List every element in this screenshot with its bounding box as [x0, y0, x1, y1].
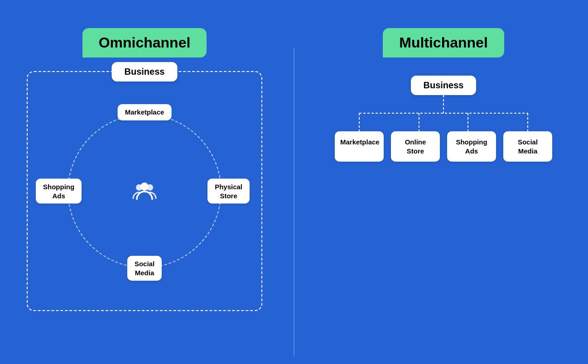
omni-center-circle	[122, 168, 167, 214]
multichannel-panel: Multichannel Business	[312, 28, 575, 162]
multi-channel-online-store: OnlineStore	[391, 131, 440, 162]
multi-channel-marketplace: Marketplace	[335, 131, 384, 162]
vertical-divider	[294, 48, 294, 356]
multi-business-box: Business	[411, 76, 477, 95]
omnichannel-diagram-box: Business	[27, 71, 262, 311]
omni-circle: Marketplace PhysicalStore SocialMedia Sh…	[67, 114, 222, 268]
multichannel-title: Multichannel	[383, 28, 504, 57]
multi-connector-lines	[335, 95, 552, 131]
omni-channel-physical-store: PhysicalStore	[207, 179, 250, 204]
omni-channel-social-media: SocialMedia	[127, 256, 162, 281]
users-icon	[130, 177, 159, 206]
omni-channel-marketplace: Marketplace	[118, 104, 172, 120]
omni-business-box: Business	[112, 62, 178, 81]
multichannel-diagram: Business Marketplace OnlineStore Shoppin…	[326, 71, 561, 162]
omni-channel-shopping-ads: ShoppingAds	[36, 179, 82, 204]
svg-point-2	[140, 182, 149, 191]
multi-channel-social-media: SocialMedia	[503, 131, 552, 162]
multi-business-row: Business	[411, 76, 477, 95]
main-container: Omnichannel Business	[13, 14, 575, 350]
multi-channels-row: Marketplace OnlineStore ShoppingAds Soci…	[335, 131, 552, 162]
multi-channel-shopping-ads: ShoppingAds	[447, 131, 496, 162]
omnichannel-title: Omnichannel	[82, 28, 207, 57]
omnichannel-panel: Omnichannel Business	[13, 28, 276, 311]
